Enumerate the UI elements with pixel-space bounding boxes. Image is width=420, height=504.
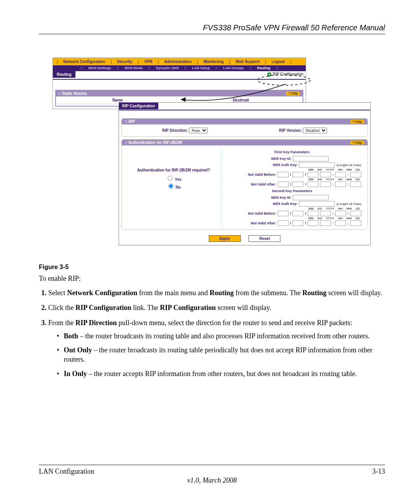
rip-version-label: RIP Version: (279, 128, 302, 133)
date-input[interactable] (292, 211, 303, 216)
date-input[interactable] (350, 211, 361, 216)
date-input[interactable] (335, 211, 346, 216)
date-input[interactable] (308, 172, 318, 177)
md5-auth-input[interactable] (299, 162, 335, 168)
submenu-lan-setup[interactable]: LAN Setup (191, 66, 212, 70)
step-3: From the RIP Direction pull-down menu, s… (48, 318, 385, 378)
rip-config-link[interactable]: ➔ RIP Configuration (267, 72, 303, 77)
md5-id-input[interactable] (293, 156, 329, 161)
apply-button[interactable]: Apply (209, 235, 241, 242)
menu-monitoring[interactable]: Monitoring (201, 59, 226, 65)
submenu-wan-mode[interactable]: WAN Mode (123, 66, 144, 70)
footer-version: v1.0, March 2008 (39, 476, 385, 485)
footer-section: LAN Configuration (39, 467, 94, 476)
auth-question: Authentication for RIP-2B/2M required? (126, 168, 221, 172)
submenu-ddns[interactable]: Dynamic DNS (154, 66, 180, 70)
date-input[interactable] (292, 182, 303, 187)
date-input[interactable] (320, 220, 331, 226)
date-input[interactable] (335, 172, 346, 177)
tab-row: Routing ➔ RIP Configuration (53, 71, 306, 80)
md5-id-label: MD5 Key Id: (245, 157, 291, 161)
auth-section-title: Authentication for RIP-2B/2M (128, 140, 182, 145)
bullets-list: Both – the router broadcasts its routing… (57, 331, 385, 378)
date-input[interactable] (350, 220, 361, 226)
help-link[interactable]: ? help (350, 120, 364, 124)
auth-no-label: No (176, 185, 181, 189)
menu-admin[interactable]: Administration (162, 59, 194, 65)
button-row: Apply Reset (119, 232, 370, 245)
steps-list: Select Network Configuration from the ma… (48, 288, 385, 378)
submenu-wan-settings[interactable]: WAN Settings (87, 66, 113, 70)
date-input[interactable] (278, 220, 289, 226)
rip-section: :: RIP ? help RIP Direction: None RIP Ve… (121, 118, 368, 137)
figure-caption: Figure 3-5 (39, 264, 385, 271)
date-input[interactable] (350, 182, 361, 187)
auth-yes-label: Yes (175, 177, 182, 182)
date-input[interactable] (350, 172, 361, 177)
menu-logout[interactable]: Logout (269, 59, 287, 65)
date-input[interactable] (335, 220, 346, 226)
date-input[interactable] (320, 182, 331, 187)
submenu-lan-groups[interactable]: LAN Groups (222, 66, 245, 70)
arrow-right-icon: ➔ (267, 72, 271, 77)
rip-section-title: RIP (128, 119, 135, 124)
rip-direction-label: RIP Direction: (162, 128, 188, 133)
date-input[interactable] (335, 182, 346, 187)
rip-config-popup: RIP Configuration :: RIP ? help RIP Dire… (119, 102, 371, 245)
router-window: |Network Configuration |Security |VPN |A… (52, 58, 306, 109)
popup-tab: RIP Configuration (119, 103, 158, 109)
date-input[interactable] (308, 182, 318, 187)
tab-routing[interactable]: Routing (53, 71, 75, 78)
footer-pagenum: 3-13 (372, 467, 385, 476)
menu-vpn[interactable]: VPN (142, 59, 155, 65)
figure: |Network Configuration |Security |VPN |A… (52, 58, 371, 256)
first-key-title: First Key Parameters (221, 149, 363, 156)
md5-auth-input[interactable] (299, 201, 335, 206)
date-input[interactable] (320, 211, 331, 216)
rip-config-link-label: RIP Configuration (273, 72, 303, 76)
length-note: (Length 16 Char) (336, 163, 361, 167)
date-input[interactable] (308, 211, 318, 216)
bullet-both: Both – the router broadcasts its routing… (57, 331, 385, 341)
auth-section: :: Authentication for RIP-2B/2M ? help A… (121, 139, 368, 230)
bullet-out-only: Out Only – the router broadcasts its rou… (57, 345, 385, 364)
nvb-label: Not Valid Before: (229, 173, 276, 177)
sub-menu: ::WAN Settings ::WAN Mode ::Dynamic DNS … (53, 65, 306, 71)
nva-label: Not Valid After: (229, 182, 276, 186)
main-menu: |Network Configuration |Security |VPN |A… (53, 58, 306, 65)
step-1: Select Network Configuration from the ma… (48, 288, 385, 298)
lead-text: To enable RIP: (39, 275, 385, 283)
rip-version-select[interactable]: Disabled (303, 128, 327, 133)
date-input[interactable] (292, 172, 303, 177)
page-header: FVS338 ProSafe VPN Firewall 50 Reference… (39, 23, 385, 34)
static-routes-title: :: Static Routes (58, 91, 87, 96)
date-input[interactable] (292, 220, 303, 226)
md5-id-input[interactable] (293, 195, 329, 200)
auth-yes-radio[interactable] (168, 176, 173, 181)
menu-network[interactable]: Network Configuration (61, 59, 108, 65)
rip-direction-select[interactable]: None (189, 128, 208, 133)
date-input[interactable] (278, 172, 289, 177)
submenu-routing[interactable]: Routing (256, 66, 272, 70)
date-input[interactable] (320, 172, 331, 177)
menu-websupport[interactable]: Web Support (233, 59, 262, 65)
date-input[interactable] (308, 220, 318, 226)
date-input[interactable] (278, 211, 289, 216)
auth-no-radio[interactable] (168, 184, 173, 189)
reset-button[interactable]: Reset (248, 235, 280, 242)
menu-security[interactable]: Security (115, 59, 135, 65)
step-2: Click the RIP Configuration link. The RI… (48, 303, 385, 312)
help-link[interactable]: ? help (350, 141, 364, 145)
bullet-in-only: In Only – the router accepts RIP informa… (57, 369, 385, 378)
help-link[interactable]: ? help (286, 91, 300, 96)
date-input[interactable] (278, 182, 289, 187)
md5-auth-label: MD5 Auth Key: (251, 163, 298, 167)
second-key-title: Second Key Parameters (221, 187, 363, 194)
page-footer: LAN Configuration 3-13 v1.0, March 2008 (39, 465, 385, 485)
